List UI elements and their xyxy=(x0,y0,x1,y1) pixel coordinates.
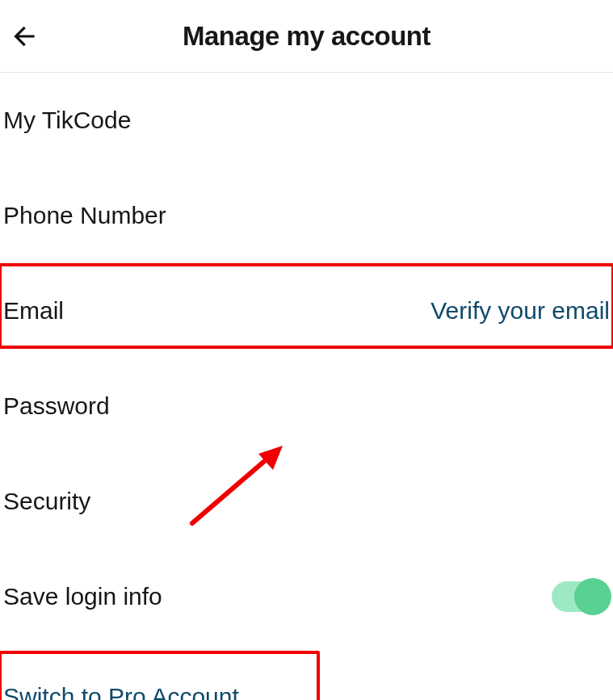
row-email[interactable]: Email Verify your email xyxy=(0,263,613,358)
row-label: Password xyxy=(3,392,110,420)
row-label: Email xyxy=(3,297,64,325)
row-save-login-info[interactable]: Save login info xyxy=(0,549,613,644)
settings-list: My TikCode Phone Number Email Verify you… xyxy=(0,73,613,644)
row-password[interactable]: Password xyxy=(0,358,613,454)
page-title: Manage my account xyxy=(183,21,430,52)
save-login-toggle[interactable] xyxy=(552,581,610,612)
arrow-left-icon xyxy=(9,21,40,52)
row-security[interactable]: Security xyxy=(0,454,613,549)
row-label: Security xyxy=(3,488,90,515)
row-phone-number[interactable]: Phone Number xyxy=(0,168,613,263)
row-label: My TikCode xyxy=(3,107,131,134)
row-tikcode[interactable]: My TikCode xyxy=(0,73,613,168)
toggle-knob xyxy=(574,578,611,615)
row-label: Phone Number xyxy=(3,202,166,229)
verify-email-link[interactable]: Verify your email xyxy=(430,297,610,325)
row-switch-pro-account[interactable]: Switch to Pro Account xyxy=(3,683,239,700)
row-label: Switch to Pro Account xyxy=(3,683,239,700)
header: Manage my account xyxy=(0,0,613,73)
row-label: Save login info xyxy=(3,583,162,610)
back-button[interactable] xyxy=(5,17,44,56)
